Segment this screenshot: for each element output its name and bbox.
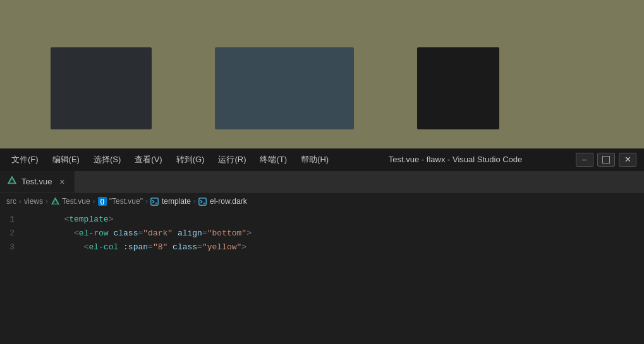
window-title: Test.vue - flawx - Visual Studio Code [389, 155, 522, 164]
ts-breadcrumb-icon: {} [98, 197, 107, 206]
bracket-close3: > [241, 242, 246, 252]
tag-elcol: el-col [88, 242, 118, 252]
menu-run[interactable]: 运行(R) [212, 151, 252, 168]
menu-terminal[interactable]: 终端(T) [253, 151, 293, 168]
breadcrumb-views-label: views [24, 197, 43, 206]
breadcrumb-sep-1: › [19, 197, 21, 206]
preview-box-right [417, 47, 499, 129]
bracket: < [54, 242, 89, 252]
template-breadcrumb-icon [150, 197, 159, 206]
tab-close-button[interactable]: × [57, 177, 67, 187]
val-yellow: "yellow" [202, 242, 241, 252]
breadcrumb-sep-3: › [93, 197, 95, 206]
tab-bar: Test.vue × [0, 170, 644, 193]
menu-file[interactable]: 文件(F) [5, 151, 45, 168]
breadcrumb-src-label: src [6, 197, 16, 206]
svg-marker-0 [8, 177, 15, 183]
window-controls: ─ ✕ [576, 153, 639, 167]
vue-tab-icon [8, 176, 16, 187]
line-content-3: <el-col :span="8" class="yellow"> [25, 233, 246, 261]
minimize-button[interactable]: ─ [576, 153, 593, 167]
elrow-breadcrumb-icon [198, 197, 207, 206]
val-8: "8" [153, 242, 167, 252]
maximize-button[interactable] [597, 153, 615, 167]
breadcrumb-bar: src › views › Test.vue › {} "Test.vue" ›… [0, 193, 644, 210]
menu-bar: 文件(F) 编辑(E) 选择(S) 查看(V) 转到(G) 运行(R) 终端(T… [0, 148, 644, 170]
breadcrumb-sep-5: › [193, 197, 196, 206]
code-line-3: 3 <el-col :span="8" class="yellow"> [0, 240, 644, 254]
maximize-icon [602, 156, 610, 163]
breadcrumb-testvue[interactable]: Test.vue [51, 197, 90, 206]
menu-view[interactable]: 查看(V) [128, 151, 168, 168]
breadcrumb-sep-4: › [145, 197, 148, 206]
menu-select[interactable]: 选择(S) [87, 151, 127, 168]
line-number-3: 3 [3, 242, 25, 252]
breadcrumb-template-label: template [162, 197, 191, 206]
breadcrumb-sep-2: › [46, 197, 48, 206]
line-number-2: 2 [3, 228, 25, 238]
eq4: = [197, 242, 202, 252]
bracket-close2: > [246, 228, 252, 238]
attr-span: :span [123, 242, 148, 252]
breadcrumb-testvue-label: Test.vue [62, 197, 90, 206]
attr-class2: class [173, 242, 197, 252]
breadcrumb-views[interactable]: views [24, 197, 43, 206]
preview-area [0, 0, 644, 148]
preview-box-center [215, 47, 354, 129]
line-number-1: 1 [3, 215, 25, 224]
minimize-icon: ─ [582, 156, 587, 163]
breadcrumb-testvue-str[interactable]: {} "Test.vue" [98, 197, 143, 206]
eq3: = [148, 242, 153, 252]
breadcrumb-elrow-label: el-row.dark [210, 197, 247, 206]
close-icon: ✕ [624, 155, 631, 164]
close-button[interactable]: ✕ [619, 153, 636, 167]
breadcrumb-elrow[interactable]: el-row.dark [198, 197, 247, 206]
menu-goto[interactable]: 转到(G) [170, 151, 211, 168]
breadcrumb-template[interactable]: template [150, 197, 191, 206]
preview-box-left [51, 47, 152, 129]
breadcrumb-src[interactable]: src [6, 197, 16, 206]
tab-test-vue[interactable]: Test.vue × [0, 171, 75, 193]
menu-edit[interactable]: 编辑(E) [46, 151, 86, 168]
menu-help[interactable]: 帮助(H) [295, 151, 335, 168]
vue-breadcrumb-icon [51, 197, 59, 206]
tab-filename: Test.vue [21, 177, 52, 186]
breadcrumb-testvue-str-label: "Test.vue" [109, 197, 143, 206]
code-area[interactable]: 1 <template> 2 <el-row class="dark" alig… [0, 210, 644, 345]
